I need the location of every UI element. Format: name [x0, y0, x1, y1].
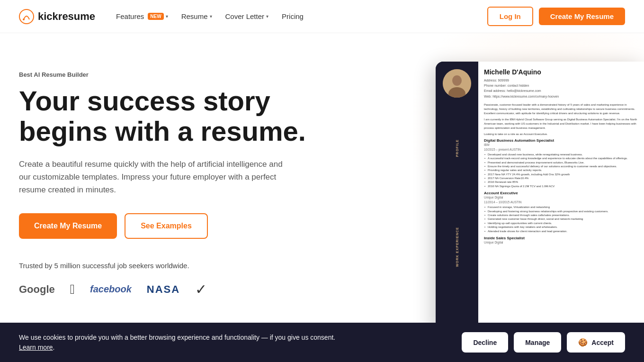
- resume-inner: PROFILE WORK EXPERIENCE Michelle D'Aquin…: [436, 62, 644, 336]
- create-resume-nav-button[interactable]: Create My Resume: [539, 8, 625, 25]
- manage-button[interactable]: Manage: [514, 332, 561, 346]
- job1-bullet-3: Presented and demonstrated process impro…: [484, 161, 638, 164]
- job2-bullet-7: Attended trade shows for client interact…: [484, 229, 638, 233]
- hero-create-button[interactable]: Create My Resume: [19, 213, 117, 239]
- nav-right: Log In Create My Resume: [487, 7, 625, 26]
- nike-logo: ✓: [195, 281, 207, 298]
- cover-chevron: ▾: [266, 14, 268, 19]
- job2-bullet-1: Focused in storage, Virtualization and n…: [484, 205, 638, 209]
- hero-actions: Create My Resume See Examples: [19, 213, 341, 239]
- job1-bullet-5: Providing regular sales and activity rep…: [484, 168, 638, 172]
- facebook-logo: facebook: [90, 284, 132, 295]
- job1-bullet-4: Ensure the timely and successful deliver…: [484, 164, 638, 168]
- resume-chevron: ▾: [210, 14, 212, 19]
- job2-bullet-4: Generated new customer base through dire…: [484, 217, 638, 221]
- resume-card: PROFILE WORK EXPERIENCE Michelle D'Aquin…: [436, 62, 644, 336]
- resume-preview: PROFILE WORK EXPERIENCE Michelle D'Aquin…: [436, 62, 644, 336]
- job1-bullet-7: 2017 NA Conversion Rate10.4%: [484, 176, 638, 180]
- learn-more-link[interactable]: Learn more: [19, 344, 53, 346]
- resume-avatar: [443, 69, 471, 98]
- hero-section: Best AI Resume Builder Your success stor…: [0, 33, 644, 346]
- trusted-text: Trusted by 5 million successful job seek…: [19, 262, 341, 270]
- nav-links: Features NEW ▾ Resume ▾ Cover Letter ▾ P…: [110, 9, 309, 24]
- job2-title: Account Executive: [484, 191, 638, 195]
- job2-bullet-6: Holding negotiations with key retailers …: [484, 225, 638, 229]
- work-sidebar-label: WORK EXPERIENCE: [456, 227, 459, 267]
- nav-pricing[interactable]: Pricing: [276, 9, 309, 24]
- hero-examples-button[interactable]: See Examples: [125, 213, 208, 239]
- hero-title: Your success story begins with a resume.: [19, 86, 341, 146]
- features-chevron: ▾: [166, 14, 168, 19]
- nav-features[interactable]: Features NEW ▾: [110, 9, 174, 24]
- job2-bullet-2: Developing and fostering strong business…: [484, 209, 638, 213]
- logo-text: kickresume: [38, 10, 95, 23]
- login-button[interactable]: Log In: [487, 7, 533, 26]
- svg-point-1: [23, 18, 25, 20]
- cookie-accept-icon: 🍪: [578, 338, 588, 346]
- profile-sidebar-label: PROFILE: [456, 139, 459, 157]
- nav-cover-letter[interactable]: Cover Letter ▾: [220, 9, 275, 24]
- resume-profile-text2: I am currently in the IBM Hybrid Cloud S…: [484, 118, 638, 130]
- new-badge: NEW: [148, 13, 163, 20]
- job2-bullet-5: Identifying up-sell opportunities with c…: [484, 221, 638, 225]
- svg-point-3: [452, 75, 462, 86]
- resume-profile-text3: Looking to take on a role as an Account …: [484, 132, 638, 136]
- job2-company: Unique Digital: [484, 196, 638, 199]
- accept-button[interactable]: 🍪 Accept: [567, 332, 625, 346]
- hero-description: Create a beautiful resume quickly with t…: [19, 158, 294, 197]
- job1-title: Digital Business Automation Specialist: [484, 138, 638, 143]
- cookie-text: We use cookies to provide you with a bet…: [19, 333, 452, 346]
- hero-badge: Best AI Resume Builder: [19, 71, 341, 78]
- job1-bullet-8: 2016 Renewal rate 85%: [484, 180, 638, 184]
- nav-resume[interactable]: Resume ▾: [176, 9, 218, 24]
- resume-sidebar: PROFILE WORK EXPERIENCE: [436, 62, 478, 336]
- job2-period: 11/2014 – 10/2015 AUSTIN: [484, 200, 638, 204]
- job1-company: IBM: [484, 143, 638, 146]
- navbar: kickresume Features NEW ▾ Resume ▾ Cover…: [0, 0, 644, 33]
- job2-bullet-3: Create solutions demand through sales ca…: [484, 213, 638, 217]
- resume-contact: Address: 909999 Phone number: contact hi…: [484, 78, 638, 99]
- nav-left: kickresume Features NEW ▾ Resume ▾ Cover…: [19, 9, 309, 24]
- google-logo: Google: [19, 283, 55, 296]
- job1-bullet-2: A successful track-record using knowledg…: [484, 156, 638, 160]
- cookie-actions: Decline Manage 🍪 Accept: [462, 332, 625, 346]
- logo[interactable]: kickresume: [19, 9, 95, 24]
- resume-profile-text: Passionate, customer-focused leader with…: [484, 103, 638, 116]
- nasa-logo: NASA: [147, 283, 180, 296]
- job1-bullet-9: 2016 NA Signings Quota of 2.2M TCV and 1…: [484, 184, 638, 188]
- logo-icon: [19, 9, 34, 24]
- job1-bullet-1: Developed and closed new business, while…: [484, 153, 638, 156]
- decline-button[interactable]: Decline: [462, 332, 508, 346]
- job3-company: Unique Digital: [484, 241, 638, 244]
- resume-name: Michelle D'Aquino: [484, 68, 638, 76]
- job1-bullet-6: 2017 New NA YTY 24.4% growth, including …: [484, 172, 638, 176]
- cookie-banner: We use cookies to provide you with a bet…: [0, 323, 644, 346]
- job1-period: 10/2015 – present AUSTIN: [484, 148, 638, 151]
- hero-left: Best AI Resume Builder Your success stor…: [19, 62, 341, 298]
- resume-main: Michelle D'Aquino Address: 909999 Phone …: [478, 62, 644, 336]
- job3-title: Inside Sales Specialist: [484, 236, 638, 240]
- brand-logos: Google  facebook NASA ✓: [19, 281, 341, 298]
- apple-logo: : [70, 282, 75, 297]
